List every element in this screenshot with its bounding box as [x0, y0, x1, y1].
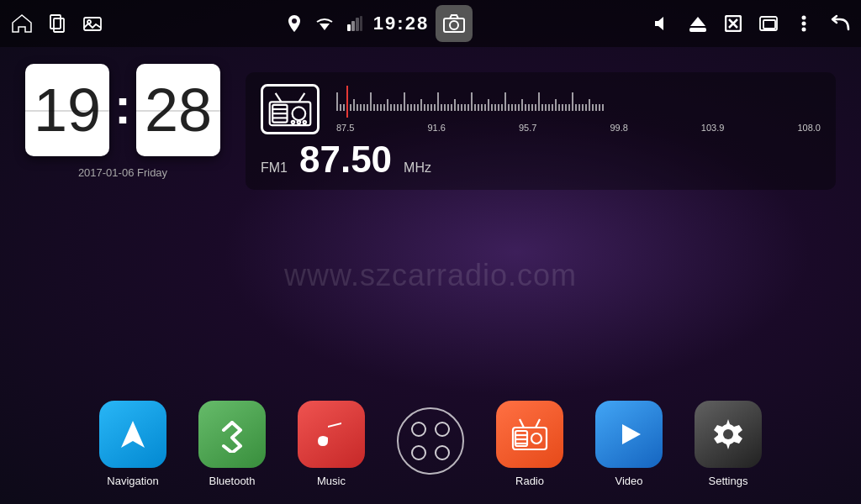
app-music[interactable]: Music: [289, 401, 373, 487]
svg-marker-40: [622, 424, 641, 444]
freq-tick: [461, 104, 462, 111]
freq-tick: [491, 104, 493, 111]
app-navigation[interactable]: Navigation: [91, 401, 175, 487]
freq-tick: [515, 104, 516, 111]
radio-band: FM1: [261, 160, 288, 176]
svg-point-30: [304, 121, 306, 123]
bluetooth-icon: [198, 401, 266, 468]
eject-icon[interactable]: [686, 12, 710, 35]
freq-tick: [383, 104, 385, 111]
svg-rect-16: [763, 20, 775, 29]
svg-line-27: [298, 93, 304, 102]
apps-dots: [404, 415, 457, 467]
freq-tick: [555, 99, 557, 111]
freq-tick: [353, 99, 355, 111]
freq-tick: [424, 104, 425, 111]
freq-tick: [367, 104, 368, 111]
freq-tick: [447, 104, 449, 111]
app-video[interactable]: Video: [587, 401, 671, 487]
freq-tick: [518, 104, 520, 111]
wifi-icon: [313, 12, 336, 35]
freq-label-3: 95.7: [519, 123, 536, 133]
more-icon[interactable]: [792, 12, 816, 35]
freq-tick: [552, 104, 553, 111]
radio-icon: [496, 401, 563, 468]
freq-tick: [387, 99, 388, 111]
freq-tick: [336, 92, 338, 111]
app-settings[interactable]: Settings: [686, 401, 770, 487]
settings-label: Settings: [709, 475, 748, 487]
freq-tick: [437, 92, 439, 111]
radio-frequency: 87.50: [299, 141, 392, 178]
freq-tick: [494, 104, 496, 111]
freq-tick: [525, 104, 526, 111]
freq-tick: [508, 104, 510, 111]
svg-point-29: [298, 121, 300, 123]
close-icon[interactable]: [721, 12, 745, 35]
app-bluetooth[interactable]: Bluetooth: [190, 401, 274, 487]
status-bar: 19:28: [0, 0, 861, 47]
volume-icon[interactable]: [651, 12, 674, 35]
radio-bottom: FM1 87.50 MHz: [261, 141, 821, 178]
home-icon[interactable]: [10, 12, 34, 35]
freq-tick: [414, 104, 415, 111]
camera-button[interactable]: [436, 5, 473, 42]
freq-tick: [444, 104, 446, 111]
freq-tick: [373, 104, 375, 111]
svg-point-25: [293, 107, 306, 120]
freq-tick: [521, 99, 523, 111]
freq-tick: [484, 104, 486, 111]
freq-tick: [558, 104, 560, 111]
freq-tick: [528, 104, 530, 111]
svg-rect-9: [360, 16, 362, 31]
signal-icon: [343, 12, 367, 35]
freq-tick: [538, 92, 540, 111]
svg-point-28: [292, 121, 294, 123]
freq-tick: [430, 104, 432, 111]
freq-tick: [360, 104, 362, 111]
svg-line-26: [276, 93, 282, 102]
status-bar-center: 19:28: [283, 5, 473, 42]
freq-tick: [363, 104, 365, 111]
freq-tick: [417, 104, 419, 111]
freq-tick: [481, 104, 483, 111]
music-label: Music: [317, 475, 346, 487]
freq-tick: [535, 104, 536, 111]
freq-tick: [343, 104, 345, 111]
tick-container: [336, 86, 821, 111]
freq-scale: [336, 86, 821, 119]
freq-tick: [562, 104, 563, 111]
navigation-label: Navigation: [107, 475, 158, 487]
window-icon[interactable]: [757, 12, 780, 35]
location-icon: [283, 12, 306, 35]
app-radio[interactable]: Radio: [488, 401, 572, 487]
svg-rect-7: [351, 21, 355, 31]
svg-line-39: [536, 419, 540, 428]
files-icon[interactable]: [45, 12, 69, 35]
video-icon: [595, 401, 663, 468]
main-content: www.szcarradio.com 19 : 28 2017-01-06 Fr…: [0, 47, 861, 504]
dot-1: [411, 422, 426, 437]
freq-tick: [457, 104, 459, 111]
radio-widget[interactable]: 87.5 91.6 95.7 99.8 103.9 108.0 FM1 87.5…: [246, 72, 836, 190]
navigation-icon: [99, 401, 166, 468]
app-apps[interactable]: [388, 407, 473, 481]
freq-tick: [545, 104, 547, 111]
clock-date: 2017-01-06 Friday: [78, 166, 167, 179]
freq-tick: [464, 104, 466, 111]
freq-tick: [407, 104, 409, 111]
gallery-icon[interactable]: [81, 12, 104, 35]
back-icon[interactable]: [827, 12, 851, 35]
freq-tick: [572, 92, 573, 111]
freq-tick: [599, 104, 600, 111]
freq-tick: [454, 99, 456, 111]
freq-label-5: 103.9: [701, 123, 725, 133]
settings-icon: [695, 401, 762, 468]
app-grid: Navigation Bluetooth Music: [17, 401, 844, 487]
flip-minute: 28: [136, 64, 220, 156]
freq-tick: [394, 104, 395, 111]
svg-marker-12: [690, 17, 705, 26]
radio-label: Radio: [515, 475, 544, 487]
flip-clock: 19 : 28 2017-01-06 Friday: [25, 64, 220, 179]
freq-tick: [451, 104, 452, 111]
